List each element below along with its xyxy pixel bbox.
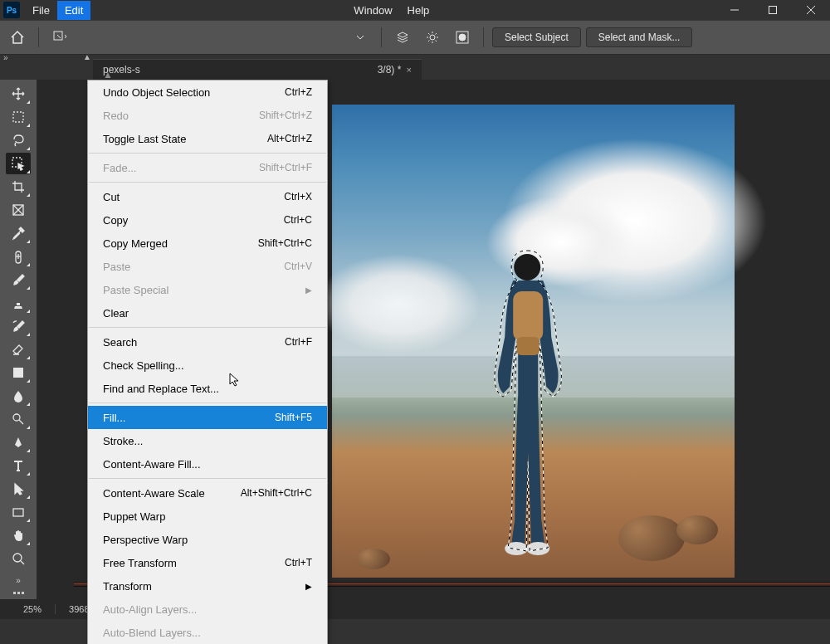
menu-item[interactable]: Stroke...: [88, 429, 327, 452]
menu-item-label: Undo Object Selection: [103, 86, 210, 99]
clone-stamp-tool-icon[interactable]: [6, 292, 31, 314]
menu-item[interactable]: CutCtrl+X: [88, 185, 327, 208]
menu-separator: [89, 182, 326, 183]
menu-item: RedoShift+Ctrl+Z: [88, 104, 327, 127]
tool-preset-icon[interactable]: [47, 26, 72, 49]
eyedropper-tool-icon[interactable]: [6, 222, 31, 244]
app-logo: Ps: [3, 2, 20, 18]
workspace: »: [0, 80, 830, 619]
move-tool-icon[interactable]: [6, 83, 31, 105]
select-and-mask-button[interactable]: Select and Mask...: [586, 27, 693, 47]
frame-tool-icon[interactable]: [6, 199, 31, 221]
crop-tool-icon[interactable]: [6, 176, 31, 198]
gradient-tool-icon[interactable]: [6, 362, 31, 383]
brush-tool-icon[interactable]: [6, 269, 31, 290]
menu-item[interactable]: SearchCtrl+F: [88, 330, 327, 354]
menu-item-shortcut: Ctrl+X: [284, 191, 312, 202]
document-tabs: ▲ pexels-s 3/8) * ×: [0, 55, 830, 80]
svg-point-5: [430, 35, 435, 40]
path-selection-tool-icon[interactable]: [6, 478, 31, 500]
menu-item[interactable]: Content-Aware ScaleAlt+Shift+Ctrl+C: [88, 481, 327, 505]
submenu-arrow-icon: ▶: [305, 285, 312, 295]
cursor-pointer-icon: [228, 372, 243, 387]
mode-dropdown-icon[interactable]: [348, 26, 373, 49]
expand-tab-icon[interactable]: ▲: [83, 52, 93, 61]
minimize-button[interactable]: [715, 0, 754, 20]
rectangle-tool-icon[interactable]: [6, 501, 31, 523]
healing-brush-tool-icon[interactable]: [6, 246, 31, 267]
menu-item[interactable]: Transform▶: [88, 574, 327, 598]
object-selection-tool-icon[interactable]: [6, 153, 31, 174]
menu-item[interactable]: Find and Replace Text...: [88, 377, 327, 400]
divider: [381, 27, 382, 47]
gear-icon[interactable]: [420, 26, 445, 49]
options-overflow-icon[interactable]: »: [3, 53, 8, 62]
menu-separator: [89, 402, 326, 403]
menu-item[interactable]: Check Spelling...: [88, 354, 327, 377]
menu-item[interactable]: Perspective Warp: [88, 528, 327, 551]
close-button[interactable]: [792, 0, 830, 20]
menu-item-shortcut: Ctrl+F: [285, 336, 312, 348]
svg-point-7: [459, 34, 466, 41]
edit-toolbar-icon[interactable]: [13, 592, 24, 594]
menu-item-label: Stroke...: [103, 435, 143, 447]
menu-item-label: Copy: [103, 214, 128, 227]
menu-item[interactable]: Puppet Warp: [88, 505, 327, 528]
svg-line-19: [19, 420, 23, 424]
svg-rect-24: [516, 337, 540, 355]
document-tab[interactable]: pexels-s 3/8) * ×: [93, 59, 422, 80]
menu-item-shortcut: Ctrl+C: [284, 214, 312, 226]
menu-item-label: Paste: [103, 261, 130, 273]
pen-tool-icon[interactable]: [6, 432, 31, 453]
document-image: [332, 105, 735, 578]
marquee-tool-icon[interactable]: [6, 106, 31, 128]
svg-rect-8: [13, 112, 23, 122]
options-bar: Select Subject Select and Mask...: [0, 20, 830, 55]
menu-item[interactable]: Fill...Shift+F5: [88, 406, 327, 429]
divider: [38, 27, 39, 47]
menu-item-shortcut: Ctrl+Z: [285, 86, 312, 98]
hand-tool-icon[interactable]: [6, 524, 31, 546]
menu-bar: File Edit Window Help: [25, 1, 437, 20]
lasso-tool-icon[interactable]: [6, 129, 31, 151]
menu-item-label: Auto-Blend Layers...: [103, 627, 201, 639]
layers-icon[interactable]: [390, 26, 415, 49]
menu-item[interactable]: CopyCtrl+C: [88, 208, 327, 232]
eraser-tool-icon[interactable]: [6, 339, 31, 360]
menu-window[interactable]: Window: [346, 1, 399, 20]
menu-item-label: Content-Aware Fill...: [103, 458, 201, 471]
svg-rect-23: [513, 291, 543, 341]
menu-item[interactable]: Clear: [88, 301, 327, 324]
menu-item[interactable]: Undo Object SelectionCtrl+Z: [88, 80, 327, 104]
zoom-level[interactable]: 25%: [10, 604, 56, 614]
menu-help[interactable]: Help: [400, 1, 437, 20]
svg-point-21: [13, 554, 22, 562]
tab-close-icon[interactable]: ×: [406, 65, 411, 75]
menu-item[interactable]: Free TransformCtrl+T: [88, 551, 327, 574]
mask-icon[interactable]: [450, 26, 475, 49]
maximize-button[interactable]: [754, 0, 792, 20]
menu-item[interactable]: Toggle Last StateAlt+Ctrl+Z: [88, 127, 327, 150]
menu-item[interactable]: Copy MergedShift+Ctrl+C: [88, 232, 327, 255]
menu-item-label: Search: [103, 336, 137, 349]
svg-rect-16: [13, 368, 23, 378]
menu-item-label: Copy Merged: [103, 237, 168, 250]
dodge-tool-icon[interactable]: [6, 408, 31, 430]
menu-item-label: Toggle Last State: [103, 133, 186, 145]
tool-overflow-icon[interactable]: »: [16, 576, 21, 585]
history-brush-tool-icon[interactable]: [6, 315, 31, 337]
blur-tool-icon[interactable]: [6, 385, 31, 407]
zoom-tool-icon[interactable]: [6, 548, 31, 569]
type-tool-icon[interactable]: [6, 455, 31, 476]
menu-edit[interactable]: Edit: [57, 1, 90, 20]
menu-separator: [89, 478, 326, 479]
home-icon[interactable]: [5, 26, 30, 49]
tab-suffix: 3/8) *: [378, 64, 402, 76]
menu-scroll-up-icon[interactable]: ▲: [103, 69, 113, 80]
menu-file[interactable]: File: [25, 1, 57, 20]
menu-item: PasteCtrl+V: [88, 255, 327, 278]
menu-item-label: Puppet Warp: [103, 510, 165, 523]
menu-item[interactable]: Content-Aware Fill...: [88, 452, 327, 476]
select-subject-button[interactable]: Select Subject: [492, 27, 581, 47]
menu-item-shortcut: Shift+Ctrl+Z: [259, 110, 312, 121]
